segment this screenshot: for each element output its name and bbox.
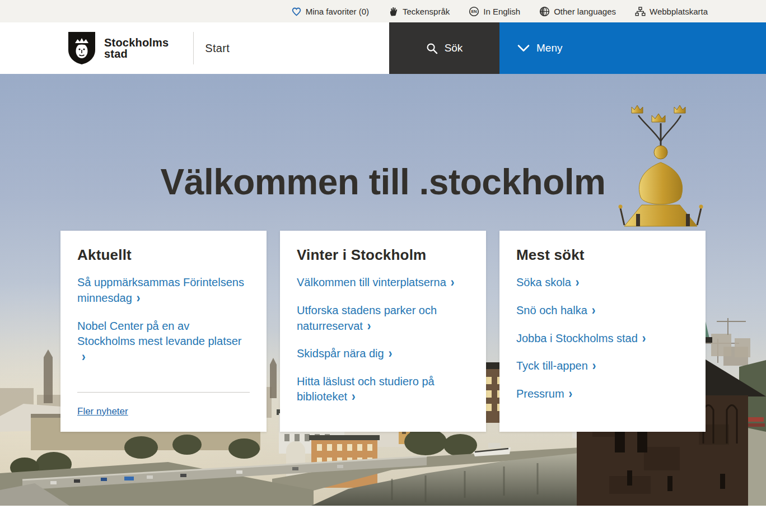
card-link-label: Välkommen till vinterplatserna [297,276,446,288]
card-aktuellt: Aktuellt Så uppmärksammas Förintelsens m… [60,231,267,432]
sitemap-icon [635,6,646,17]
site-header: Stockholms stad Start Sök Meny [0,22,766,74]
favorites-link[interactable]: Mina favoriter (0) [291,6,369,17]
chevron-right-icon [576,274,580,292]
card-title: Aktuellt [77,246,250,264]
in-english-label: In English [483,7,520,16]
in-english-link[interactable]: EN In English [469,6,520,17]
chevron-right-icon [451,274,455,292]
chevron-right-icon [592,357,596,375]
logo-line1: Stockholms [104,37,169,48]
card-link-pressrum[interactable]: Pressrum [516,386,689,402]
card-link-label: Söka skola [516,276,571,288]
globe-icon [539,6,550,17]
chevron-right-icon [82,348,86,366]
en-circle-icon: EN [469,6,479,17]
heart-icon [291,6,302,17]
card-title: Vinter i Stockholm [297,246,469,264]
card-link-sno-och-halka[interactable]: Snö och halka [516,303,689,319]
card-link-nobel-center[interactable]: Nobel Center på en av Stockholms mest le… [77,319,250,365]
logo-line2: stad [104,48,169,59]
chevron-right-icon [389,345,393,363]
card-link-vinterplatserna[interactable]: Välkommen till vinterplatserna [297,275,469,291]
search-button[interactable]: Sök [389,22,499,74]
stockholm-stad-logo[interactable]: Stockholms stad [0,22,169,74]
sign-language-link[interactable]: Teckenspråk [388,6,450,17]
logo-wordmark: Stockholms stad [104,37,169,59]
cards-row: Aktuellt Så uppmärksammas Förintelsens m… [60,231,706,432]
menu-button[interactable]: Meny [499,22,766,74]
card-title: Mest sökt [516,246,689,264]
card-link-label: Så uppmärksammas Förintelsens minnesdag [77,276,244,304]
card-link-label: Pressrum [516,388,564,400]
sitemap-link[interactable]: Webbplatskarta [635,6,708,17]
search-icon [426,43,438,54]
page-title: Välkommen till .stockholm [0,74,766,202]
card-link-tyck-till-appen[interactable]: Tyck till-appen [516,358,689,374]
sitemap-label: Webbplatskarta [650,7,708,16]
utility-bar-links: Mina favoriter (0) Teckenspråk EN In Eng… [58,6,708,17]
chevron-right-icon [137,290,141,307]
en-badge-text: EN [471,9,477,14]
chevron-right-icon [569,385,573,403]
menu-button-label: Meny [536,42,562,54]
card-link-label: Nobel Center på en av Stockholms mest le… [77,320,241,348]
header-spacer [230,22,389,74]
card-link-label: Tyck till-appen [516,360,588,372]
hero-banner: Välkommen till .stockholm Aktuellt Så up… [0,74,766,506]
signing-hand-icon [388,6,399,17]
chevron-right-icon [642,330,646,348]
card-link-label: Skidspår nära dig [297,347,384,360]
card-vinter-i-stockholm: Vinter i Stockholm Välkommen till vinter… [280,231,486,432]
card-link-skidspar[interactable]: Skidspår nära dig [297,346,469,362]
chevron-right-icon [367,318,371,335]
section-title: Start [194,22,230,74]
card-link-label: Jobba i Stockholms stad [516,332,638,344]
card-link-parker-naturreservat[interactable]: Utforska stadens parker och naturreserva… [297,303,469,334]
search-button-label: Sök [445,42,463,54]
favorites-label: Mina favoriter (0) [306,7,369,16]
card-link-forintelsens-minnesdag[interactable]: Så uppmärksammas Förintelsens minnesdag [77,275,250,306]
hero-content: Välkommen till .stockholm Aktuellt Så up… [0,74,766,432]
chevron-right-icon [592,302,596,320]
other-languages-link[interactable]: Other languages [539,6,616,17]
city-shield-icon [67,31,96,66]
chevron-right-icon [352,388,356,406]
more-news-link[interactable]: Fler nyheter [77,406,128,417]
card-link-jobba[interactable]: Jobba i Stockholms stad [516,331,689,347]
card-link-label: Snö och halka [516,304,587,316]
utility-bar: Mina favoriter (0) Teckenspråk EN In Eng… [0,0,766,22]
card-link-biblioteket[interactable]: Hitta läslust och studiero på biblioteke… [297,374,469,405]
chevron-down-icon [517,44,530,53]
sign-language-label: Teckenspråk [403,7,450,16]
card-mest-sokt: Mest sökt Söka skola Snö och halka Jobba… [499,231,706,432]
card-footer: Fler nyheter [77,392,250,417]
other-languages-label: Other languages [554,7,616,16]
card-link-label: Hitta läslust och studiero på biblioteke… [297,375,435,403]
card-link-soka-skola[interactable]: Söka skola [516,275,689,291]
